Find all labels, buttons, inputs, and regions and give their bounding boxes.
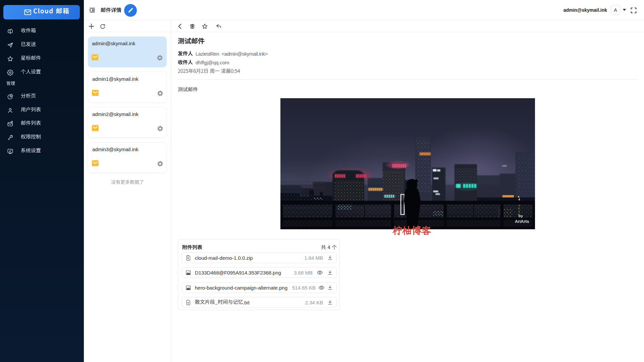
svg-text:AriArts: AriArts [515, 219, 529, 224]
svg-text:by: by [519, 214, 523, 218]
